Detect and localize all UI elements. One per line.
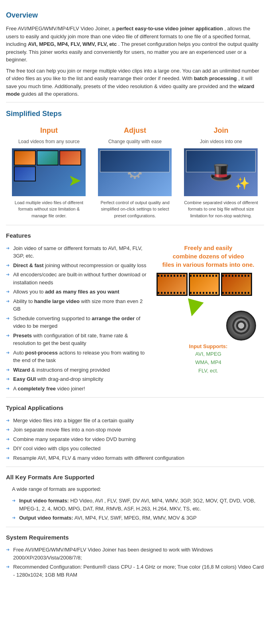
system-item-0: Free AVI/MPEG/WMV/MP4/FLV Video Joiner h… bbox=[6, 545, 264, 562]
overview-title: Overview bbox=[6, 10, 264, 21]
formats-list: Input video formats: HD Video, AVI , FLV… bbox=[12, 496, 264, 523]
divider-3 bbox=[6, 397, 264, 398]
input-supports-box: Input Supports: AVI, MPEGWMA, MP4FLV, ec… bbox=[153, 343, 264, 375]
magician-hat-icon: 🎩 bbox=[209, 158, 233, 187]
formats-output-value: AVI, MP4, FLV, SWF, MPEG, RM, WMV, MOV &… bbox=[74, 515, 197, 521]
typical-app-2: Combine many separate video for video DV… bbox=[6, 435, 264, 444]
features-right: Freely and easilycombine dozens of video… bbox=[153, 244, 264, 394]
feature-item-5: Schedule converting supported to arrange… bbox=[6, 314, 147, 331]
system-title: System Requirements bbox=[6, 533, 264, 542]
formats-input-label: Input video formats: bbox=[19, 498, 69, 504]
overview-bold2: AVI, MPEG, MP4, FLV, WMV, FLV, etc bbox=[28, 41, 117, 47]
step-adjust-image: ⚙ bbox=[98, 148, 172, 196]
typical-app-0: Merge video files into a bigger file of … bbox=[6, 416, 264, 425]
input-supports-label: Input Supports: bbox=[153, 343, 264, 351]
film-reel-icon bbox=[226, 311, 256, 341]
input-arrow-icon: ➤ bbox=[68, 168, 82, 192]
feature-item-7: Auto post-process actions to release you… bbox=[6, 348, 147, 365]
step-adjust-bg: ⚙ bbox=[98, 148, 172, 196]
typical-apps-list: Merge video files into a bigger file of … bbox=[6, 416, 264, 463]
steps-title: Simplified Steps bbox=[6, 108, 264, 119]
magic-wand-icon: ✨ bbox=[235, 174, 250, 192]
formats-section: All Key Formats Are Supported A wide ran… bbox=[6, 473, 264, 523]
feature-item-3: Allows you to add as many files as you w… bbox=[6, 287, 147, 297]
feature-item-4: Ability to handle large video with size … bbox=[6, 297, 147, 314]
typical-apps-title: Typical Applications bbox=[6, 404, 264, 413]
step-adjust: Adjust Change quality with ease ⚙ Perfec… bbox=[96, 125, 174, 219]
step-join-subtitle: Join videos into one bbox=[200, 138, 242, 145]
step-input-subtitle: Load videos from any source bbox=[18, 138, 80, 145]
system-item-1: Recommended Configuration: Pentium® clas… bbox=[6, 562, 264, 579]
feature-item-0: Join video of same or different formats … bbox=[6, 244, 147, 261]
step-input-image: ➤ bbox=[12, 148, 86, 196]
overview-bold1: perfect easy-to-use video joiner applica… bbox=[116, 26, 223, 32]
features-tagline: Freely and easilycombine dozens of video… bbox=[153, 244, 264, 269]
step-input: Input Load videos from any source ➤ Load… bbox=[10, 125, 88, 219]
steps-container: Input Load videos from any source ➤ Load… bbox=[6, 125, 264, 219]
overview-para1: Free AVI/MPEG/WMV/MP4/FLV Video Joiner, … bbox=[6, 25, 264, 64]
overview-para2c: guides all the operations. bbox=[21, 91, 79, 97]
overview-bold3: batch processing bbox=[194, 75, 237, 81]
input-formats-text: AVI, MPEGWMA, MP4FLV, ect. bbox=[153, 350, 264, 375]
typical-app-3: DIY cool video with clips you collected bbox=[6, 444, 264, 453]
divider-2 bbox=[6, 225, 264, 225]
step-adjust-title: Adjust bbox=[124, 125, 146, 136]
step-join: Join Join videos into one 🎩 ✨ Combine se… bbox=[182, 125, 260, 219]
step-adjust-desc: Perfect control of output quality and si… bbox=[96, 199, 174, 219]
feature-item-2: All encoders/codec are built-in without … bbox=[6, 270, 147, 287]
feature-item-9: Easy GUI with drag-and-drop simplicity bbox=[6, 374, 147, 384]
step-join-title: Join bbox=[213, 125, 228, 136]
divider-1 bbox=[6, 102, 264, 102]
formats-input: Input video formats: HD Video, AVI , FLV… bbox=[12, 496, 264, 513]
divider-5 bbox=[6, 527, 264, 527]
feature-item-8: Wizard & instructions of merging provide… bbox=[6, 365, 147, 375]
system-section: System Requirements Free AVI/MPEG/WMV/MP… bbox=[6, 533, 264, 580]
formats-output-label: Output video formats: bbox=[19, 515, 73, 521]
features-graphic: ▼ bbox=[157, 273, 260, 341]
features-list: Join video of same or different formats … bbox=[6, 244, 147, 394]
feature-item-1: Direct & fast joining without recompress… bbox=[6, 261, 147, 270]
step-adjust-subtitle: Change quality with ease bbox=[108, 138, 162, 145]
overview-para2: The free tool can help you join or merge… bbox=[6, 67, 264, 98]
typical-apps-section: Typical Applications Merge video files i… bbox=[6, 404, 264, 463]
divider-4 bbox=[6, 467, 264, 467]
step-join-image: 🎩 ✨ bbox=[184, 148, 258, 196]
features-section: Features Join video of same or different… bbox=[6, 231, 264, 393]
typical-app-4: Resample AVI, MP4, FLV & many video form… bbox=[6, 453, 264, 463]
typical-app-1: Join separate movie files into a non-sto… bbox=[6, 425, 264, 435]
step-input-title: Input bbox=[40, 125, 58, 136]
features-grid: Join video of same or different formats … bbox=[6, 244, 264, 394]
step-input-desc: Load multiple video files of different f… bbox=[10, 199, 88, 219]
step-input-bg: ➤ bbox=[12, 148, 86, 196]
steps-section: Simplified Steps Input Load videos from … bbox=[6, 108, 264, 219]
formats-output: Output video formats: AVI, MP4, FLV, SWF… bbox=[12, 513, 264, 523]
features-arrow-list: Join video of same or different formats … bbox=[6, 244, 147, 394]
features-title: Features bbox=[6, 231, 264, 240]
step-join-desc: Combine separated videos of different fo… bbox=[182, 199, 260, 219]
overview-section: Overview Free AVI/MPEG/WMV/MP4/FLV Video… bbox=[6, 10, 264, 98]
overview-intro: Free AVI/MPEG/WMV/MP4/FLV Video Joiner, … bbox=[6, 26, 115, 32]
step-join-bg: 🎩 ✨ bbox=[184, 148, 258, 196]
formats-intro: A wide range of formats are supported: bbox=[12, 485, 264, 493]
feature-item-6: Presets with configuration of bit rate, … bbox=[6, 331, 147, 348]
formats-title: All Key Formats Are Supported bbox=[6, 473, 264, 482]
feature-item-10: A completely free video joiner! bbox=[6, 384, 147, 394]
system-list: Free AVI/MPEG/WMV/MP4/FLV Video Joiner h… bbox=[6, 545, 264, 579]
